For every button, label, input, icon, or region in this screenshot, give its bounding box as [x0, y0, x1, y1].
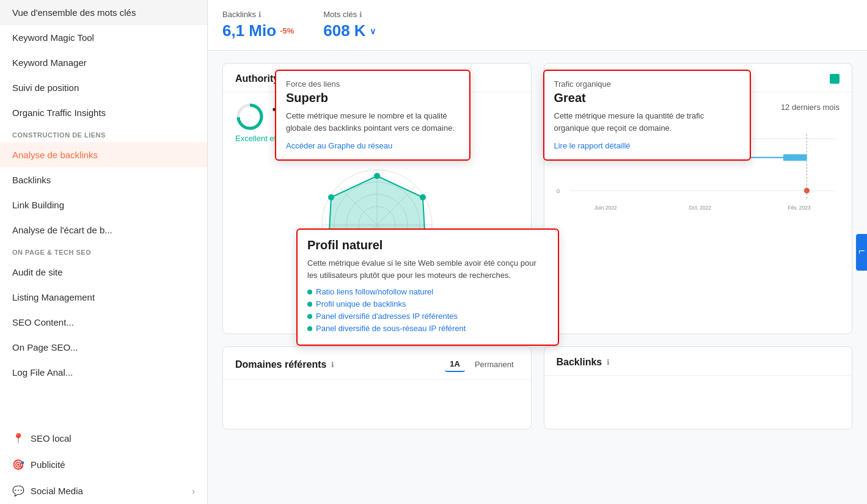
bullet-3[interactable]: Panel diversifié d'adresses IP référente…	[307, 312, 548, 321]
mots-cles-info-icon[interactable]: ℹ	[359, 10, 362, 19]
period-tabs-container: 1A Permanent	[445, 357, 518, 372]
period-tab-1a[interactable]: 1A	[445, 357, 465, 372]
domaines-referents-title: Domaines référents	[235, 359, 326, 370]
tooltip-force-title: Force des liens	[286, 79, 459, 89]
period-label: 12 derniers mois	[781, 103, 840, 112]
sidebar-item-backlinks[interactable]: Backlinks	[0, 167, 207, 192]
seo-local-label: SEO local	[31, 433, 71, 444]
sidebar-item-listing[interactable]: Listing Management	[0, 285, 207, 310]
sidebar-item-log-file[interactable]: Log File Anal...	[0, 360, 207, 385]
tooltip-trafic-link[interactable]: Lire le rapport détaillé	[554, 141, 631, 150]
backlinks-info-icon[interactable]: ℹ	[258, 10, 262, 19]
sidebar-item-link-building[interactable]: Link Building	[0, 192, 207, 217]
tooltip-trafic-title: Trafic organique	[554, 79, 740, 89]
sidebar-item-keyword-magic[interactable]: Keyword Magic Tool	[0, 25, 207, 50]
tooltip-profil-naturel: Profil naturel Cette métrique évalue si …	[296, 228, 559, 346]
domaines-referents-body	[223, 380, 531, 429]
bullet-dot-3	[307, 314, 312, 319]
location-icon: 📍	[12, 433, 24, 444]
section-construction-liens: CONSTRUCTION DE LIENS	[0, 125, 207, 142]
sidebar-item-analyse-ecart[interactable]: Analyse de l'écart de b...	[0, 217, 207, 243]
tooltip-force-desc: Cette métrique mesure le nombre et la qu…	[286, 110, 459, 134]
main-content: Backlinks ℹ 6,1 Mio -5% Mots clés ℹ 608 …	[208, 0, 867, 504]
svg-text:Oct. 2022: Oct. 2022	[689, 205, 711, 211]
tooltip-profil-heading: Profil naturel	[307, 238, 548, 252]
mots-cles-metric: Mots clés ℹ 608 K ∨	[323, 10, 375, 40]
mots-cles-value: 608 K ∨	[323, 21, 375, 40]
svg-point-11	[374, 173, 380, 179]
tooltip-trafic-organique: Trafic organique Great Cette métrique me…	[543, 70, 751, 161]
tooltip-profil-desc: Cette métrique évalue si le site Web sem…	[307, 257, 548, 281]
sidebar-item-seo-local[interactable]: 📍 SEO local	[0, 425, 207, 451]
bullet-dot-4	[307, 326, 312, 331]
section-on-page: ON PAGE & TECH SEO	[0, 243, 207, 260]
bullet-dot-2	[307, 302, 312, 307]
bullet-2[interactable]: Profil unique de backlinks	[307, 299, 548, 309]
publicite-label: Publicité	[31, 459, 65, 470]
sidebar-item-social-media[interactable]: 💬 Social Media ›	[0, 478, 207, 504]
bullet-4[interactable]: Panel diversifié de sous-réseau IP référ…	[307, 324, 548, 333]
authority-score-card: Authority Score ℹ nouveau 77 Excellent e…	[222, 63, 532, 334]
tooltip-profil-bullets: Ratio liens follow/nofollow naturel Prof…	[307, 287, 548, 333]
svg-point-12	[420, 194, 426, 200]
svg-text:Fév. 2023: Fév. 2023	[788, 205, 810, 211]
sidebar-item-on-page-seo[interactable]: On Page SEO...	[0, 335, 207, 360]
metrics-bar: Backlinks ℹ 6,1 Mio -5% Mots clés ℹ 608 …	[208, 0, 867, 51]
svg-point-24	[803, 188, 809, 193]
mots-cles-chevron-icon[interactable]: ∨	[370, 26, 376, 36]
domaines-referents-info-icon[interactable]: ℹ	[331, 360, 334, 369]
domaines-referents-header: Domaines référents ℹ 1A Permanent	[223, 347, 531, 380]
svg-rect-23	[783, 155, 807, 161]
chevron-right-icon: ›	[192, 486, 195, 496]
backlinks-card: Backlinks ℹ	[544, 346, 853, 429]
sidebar: Vue d'ensemble des mots clés Keyword Mag…	[0, 0, 208, 504]
backlinks-change: -5%	[280, 26, 294, 35]
backlinks-card-info-icon[interactable]: ℹ	[607, 358, 610, 367]
tooltip-trafic-desc: Cette métrique mesure la quantité de tra…	[554, 110, 740, 134]
sidebar-item-keyword-manager[interactable]: Keyword Manager	[0, 50, 207, 75]
svg-text:Juin 2022: Juin 2022	[594, 205, 616, 211]
backlinks-metric: Backlinks ℹ 6,1 Mio -5%	[222, 10, 294, 40]
tooltip-trafic-heading: Great	[554, 91, 740, 105]
bullet-1[interactable]: Ratio liens follow/nofollow naturel	[307, 287, 548, 296]
tooltip-force-des-liens: Force des liens Superb Cette métrique me…	[275, 70, 470, 161]
score-ring-svg	[235, 102, 265, 131]
sidebar-item-vue-ensemble[interactable]: Vue d'ensemble des mots clés	[0, 0, 207, 25]
tendance-green-indicator	[830, 74, 840, 84]
target-icon: 🎯	[12, 459, 24, 470]
sidebar-item-publicite[interactable]: 🎯 Publicité	[0, 451, 207, 478]
tooltip-force-link[interactable]: Accéder au Graphe du réseau	[286, 141, 392, 150]
bullet-dot-1	[307, 290, 312, 294]
bottom-section: Domaines référents ℹ 1A Permanent Backli…	[208, 346, 867, 442]
sidebar-item-seo-content[interactable]: SEO Content...	[0, 310, 207, 335]
right-edge-indicator[interactable]: L	[856, 234, 867, 271]
tooltip-force-heading: Superb	[286, 91, 459, 105]
sidebar-item-organic-traffic[interactable]: Organic Traffic Insights	[0, 100, 207, 125]
backlinks-card-header: Backlinks ℹ	[544, 347, 852, 376]
backlinks-card-body	[544, 376, 852, 425]
backlinks-label: Backlinks ℹ	[222, 10, 294, 19]
backlinks-card-title: Backlinks	[557, 357, 602, 368]
svg-text:0: 0	[557, 188, 560, 194]
sidebar-item-analyse-backlinks[interactable]: Analyse de backlinks	[0, 142, 207, 167]
mots-cles-label: Mots clés ℹ	[323, 10, 375, 19]
period-tab-permanent[interactable]: Permanent	[470, 357, 519, 371]
sidebar-item-audit[interactable]: Audit de site	[0, 260, 207, 285]
backlinks-value: 6,1 Mio -5%	[222, 21, 294, 40]
social-icon: 💬	[12, 485, 24, 497]
cards-grid: Authority Score ℹ nouveau 77 Excellent e…	[208, 51, 867, 346]
period-tabs: 1A Permanent	[445, 357, 518, 372]
sidebar-item-suivi-position[interactable]: Suivi de position	[0, 75, 207, 100]
social-media-label: Social Media	[31, 486, 83, 496]
svg-point-16	[328, 194, 334, 200]
domaines-referents-card: Domaines référents ℹ 1A Permanent	[222, 346, 532, 429]
